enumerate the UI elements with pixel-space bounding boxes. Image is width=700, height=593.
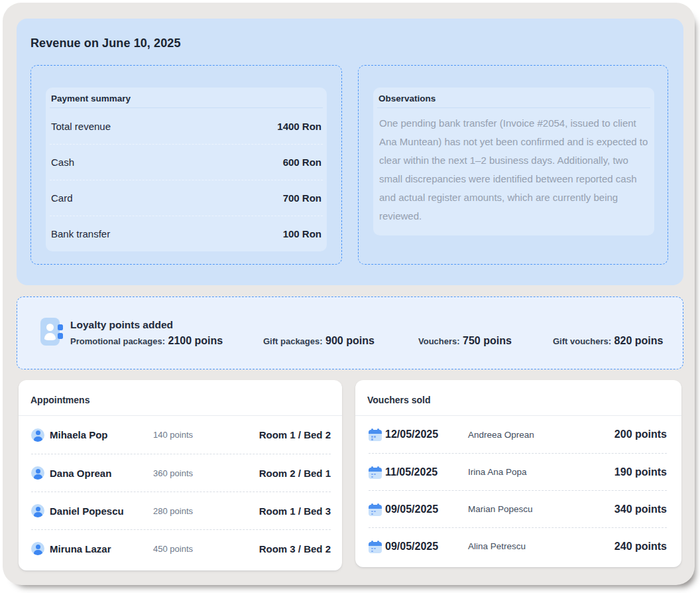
payment-row-value: 100 Ron — [283, 228, 321, 239]
payment-row: Bank transfer 100 Ron — [50, 216, 323, 251]
dashboard-window: Revenue on June 10, 2025 Payment summary… — [3, 3, 695, 585]
loyalty-stat-label: Vouchers: — [418, 336, 460, 346]
voucher-points: 240 points — [614, 541, 667, 553]
observations-section: Observations One pending bank transfer (… — [358, 65, 668, 265]
voucher-row: 12/05/2025 Andreea Oprean 200 points — [369, 416, 667, 453]
appointment-client-name: Dana Oprean — [50, 468, 153, 479]
payment-row-value: 600 Ron — [283, 157, 321, 168]
payment-summary-section: Payment summary Total revenue 1400 Ron C… — [30, 65, 342, 265]
payment-row: Card 700 Ron — [50, 180, 323, 216]
voucher-date: 11/05/2025 — [385, 466, 468, 478]
voucher-client-name: Alina Petrescu — [468, 541, 614, 551]
voucher-date: 09/05/2025 — [385, 541, 468, 553]
payment-row-value: 700 Ron — [283, 192, 321, 204]
voucher-client-name: Marian Popescu — [468, 504, 614, 514]
payment-row: Cash 600 Ron — [50, 144, 323, 180]
person-icon — [31, 542, 44, 555]
payment-row-label: Bank transfer — [51, 228, 110, 239]
payment-row: Total revenue 1400 Ron — [50, 108, 323, 144]
vouchers-heading: Vouchers sold — [355, 380, 681, 416]
appointment-points: 450 points — [153, 544, 259, 554]
payment-row-value: 1400 Ron — [277, 121, 321, 132]
appointment-room: Room 2 / Bed 1 — [259, 468, 331, 479]
appointment-client-name: Mihaela Pop — [50, 429, 153, 440]
appointment-points: 140 points — [153, 430, 259, 440]
calendar-icon — [369, 466, 382, 479]
voucher-row: 09/05/2025 Alina Petrescu 240 points — [369, 527, 667, 564]
voucher-date: 12/05/2025 — [385, 428, 468, 440]
person-icon — [31, 466, 44, 480]
appointment-points: 280 points — [153, 506, 259, 516]
contact-card-icon — [40, 318, 63, 346]
loyalty-stat-label: Gift vouchers: — [553, 336, 611, 346]
appointment-row: Dana Oprean 360 points Room 2 / Bed 1 — [31, 454, 331, 492]
revenue-panel: Revenue on June 10, 2025 Payment summary… — [17, 19, 683, 285]
appointment-room: Room 1 / Bed 2 — [259, 429, 331, 440]
appointments-heading: Appointmens — [19, 380, 342, 416]
voucher-client-name: Irina Ana Popa — [468, 467, 614, 477]
appointment-room: Room 1 / Bed 3 — [259, 505, 331, 517]
payment-summary-rows: Total revenue 1400 Ron Cash 600 Ron Card… — [50, 108, 323, 251]
bottom-section: Appointmens Mihaela Pop 140 points Room … — [19, 380, 681, 570]
appointments-card: Appointmens Mihaela Pop 140 points Room … — [19, 380, 342, 570]
voucher-points: 190 points — [614, 466, 667, 478]
loyalty-stat-value: 2100 poins — [168, 335, 223, 346]
payment-summary-heading: Payment summary — [50, 88, 323, 108]
calendar-icon — [369, 540, 382, 553]
appointment-client-name: Miruna Lazar — [50, 543, 153, 555]
appointment-row: Mihaela Pop 140 points Room 1 / Bed 2 — [31, 416, 331, 454]
observations-text: One pending bank transfer (Invoice #2054… — [377, 108, 650, 235]
loyalty-stat-value: 900 poins — [325, 335, 375, 346]
appointment-client-name: Daniel Popescu — [50, 505, 153, 517]
appointments-list: Mihaela Pop 140 points Room 1 / Bed 2 Da… — [19, 416, 342, 567]
loyalty-stat: Gift packages: 900 poins — [263, 335, 375, 347]
loyalty-stat-value: 750 poins — [463, 335, 512, 346]
calendar-icon — [369, 428, 382, 441]
payment-row-label: Total revenue — [51, 121, 111, 132]
observations-card: Observations One pending bank transfer (… — [373, 88, 654, 235]
loyalty-stat: Promotional packages: 2100 poins — [70, 335, 223, 347]
person-icon — [31, 428, 44, 442]
loyalty-stat-label: Gift packages: — [263, 336, 323, 346]
calendar-icon — [369, 503, 382, 516]
loyalty-title: Loyalty points added — [70, 319, 173, 331]
payment-summary-card: Payment summary Total revenue 1400 Ron C… — [46, 88, 327, 251]
page-title: Revenue on June 10, 2025 — [30, 36, 181, 50]
voucher-row: 11/05/2025 Irina Ana Popa 190 points — [369, 453, 667, 490]
voucher-points: 200 points — [614, 428, 667, 440]
person-icon — [31, 504, 44, 517]
payment-row-label: Card — [51, 192, 73, 204]
observations-heading: Observations — [377, 88, 650, 108]
loyalty-stat: Gift vouchers: 820 poins — [553, 335, 663, 347]
appointment-row: Miruna Lazar 450 points Room 3 / Bed 2 — [31, 529, 331, 567]
loyalty-points-section: Loyalty points added Promotional package… — [17, 296, 683, 369]
voucher-client-name: Andreea Oprean — [468, 430, 614, 440]
appointment-row: Daniel Popescu 280 points Room 1 / Bed 3 — [31, 492, 331, 529]
payment-row-label: Cash — [51, 157, 74, 168]
loyalty-stat: Vouchers: 750 poins — [418, 335, 512, 347]
loyalty-stat-value: 820 poins — [614, 335, 664, 346]
voucher-date: 09/05/2025 — [385, 503, 468, 515]
vouchers-list: 12/05/2025 Andreea Oprean 200 points 11/… — [355, 416, 681, 564]
loyalty-stat-label: Promotional packages: — [70, 336, 165, 346]
voucher-points: 340 points — [614, 503, 667, 515]
vouchers-card: Vouchers sold 12/05/2025 Andreea Oprean … — [355, 380, 681, 567]
appointment-points: 360 points — [153, 468, 259, 478]
voucher-row: 09/05/2025 Marian Popescu 340 points — [369, 490, 667, 527]
appointment-room: Room 3 / Bed 2 — [259, 543, 331, 555]
